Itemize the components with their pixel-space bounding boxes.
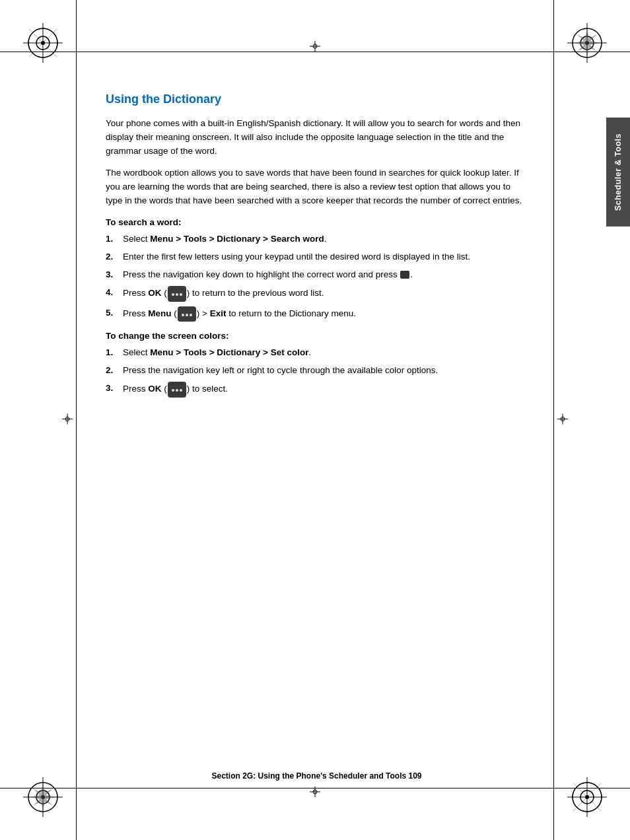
color-steps-list: 1. Select Menu > Tools > Dictionary > Se… — [106, 346, 528, 398]
step-num: 5. — [106, 306, 120, 320]
list-item: 3. Press OK () to select. — [106, 382, 528, 397]
step-content: Press the navigation key left or right t… — [123, 364, 528, 377]
step-num: 3. — [106, 268, 120, 281]
footer-text: Section 2G: Using the Phone's Scheduler … — [211, 771, 421, 781]
step-content: Press Menu () > Exit to return to the Di… — [123, 306, 528, 322]
intro-paragraph-2: The wordbook option allows you to save w… — [106, 166, 528, 208]
step-content: Enter the first few letters using your k… — [123, 250, 528, 263]
list-item: 4. Press OK () to return to the previous… — [106, 286, 528, 301]
menu-button-icon — [178, 306, 196, 322]
corner-mark-tr — [564, 20, 610, 66]
crosshair-mid-left — [61, 413, 74, 428]
step-bold: OK — [148, 384, 161, 394]
corner-mark-br — [564, 774, 610, 820]
list-item: 1. Select Menu > Tools > Dictionary > Se… — [106, 346, 528, 359]
side-tab-label: Scheduler & Tools — [613, 133, 623, 211]
intro-paragraph-1: Your phone comes with a built-in English… — [106, 117, 528, 158]
step-content: Press OK () to return to the previous wo… — [123, 286, 528, 301]
list-item: 2. Enter the first few letters using you… — [106, 250, 528, 263]
step-bold: Menu > Tools > Dictionary > Search word — [150, 234, 324, 244]
step-content: Press the navigation key down to highlig… — [123, 268, 528, 281]
list-item: 2. Press the navigation key left or righ… — [106, 364, 528, 377]
main-content: Using the Dictionary Your phone comes wi… — [106, 92, 528, 761]
side-tab: Scheduler & Tools — [606, 118, 630, 227]
step-num: 3. — [106, 382, 120, 395]
step-bold: OK — [148, 288, 161, 298]
color-heading: To change the screen colors: — [106, 331, 528, 341]
crosshair-top — [308, 40, 322, 55]
step-content: Select Menu > Tools > Dictionary > Set c… — [123, 346, 528, 359]
list-item: 1. Select Menu > Tools > Dictionary > Se… — [106, 232, 528, 246]
corner-mark-tl — [20, 20, 66, 66]
page-footer: Section 2G: Using the Phone's Scheduler … — [106, 771, 528, 781]
step-content: Press OK () to select. — [123, 382, 528, 397]
vline-left — [76, 0, 77, 840]
crosshair-mid-right — [556, 413, 569, 428]
exit-bold: Exit — [210, 308, 227, 318]
search-heading: To search a word: — [106, 217, 528, 227]
corner-mark-bl — [20, 774, 66, 820]
list-item: 3. Press the navigation key down to high… — [106, 268, 528, 281]
vline-right — [553, 0, 554, 840]
ok-button-icon-2 — [168, 382, 186, 397]
search-steps-list: 1. Select Menu > Tools > Dictionary > Se… — [106, 232, 528, 322]
ok-button-icon — [168, 286, 186, 301]
step-num: 4. — [106, 286, 120, 299]
crosshair-bottom — [308, 785, 322, 800]
step-num: 1. — [106, 346, 120, 359]
step-num: 2. — [106, 250, 120, 263]
page: Scheduler & Tools Using the Dictionary Y… — [0, 0, 630, 840]
page-title: Using the Dictionary — [106, 92, 528, 106]
step-num: 2. — [106, 364, 120, 377]
step-content: Select Menu > Tools > Dictionary > Searc… — [123, 232, 528, 246]
nav-key-icon — [400, 271, 409, 279]
list-item: 5. Press Menu () > Exit to return to the… — [106, 306, 528, 322]
step-bold: Menu > Tools > Dictionary > Set color — [150, 347, 308, 357]
step-bold: Menu — [148, 308, 171, 318]
step-num: 1. — [106, 232, 120, 246]
